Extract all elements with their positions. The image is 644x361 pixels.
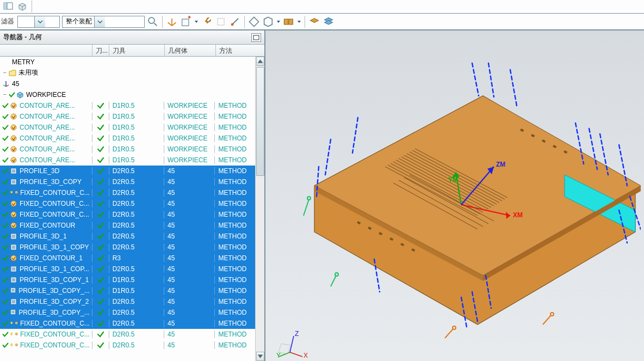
op-name-cell[interactable]: FIXED_CONTOUR	[0, 222, 92, 229]
op-name-cell[interactable]: PROFILE_3D	[0, 167, 92, 175]
check-icon[interactable]	[2, 157, 9, 163]
operation-row[interactable]: FIXED_CONTOUR_1R345METHOD	[0, 253, 255, 264]
graphics-viewport[interactable]: XM YM ZM X Y Z	[265, 30, 644, 361]
assembly-combo[interactable]: 整个装配	[62, 16, 145, 28]
axis-icon[interactable]	[166, 16, 178, 28]
check-icon[interactable]	[2, 179, 9, 185]
operation-row[interactable]: CONTOUR_ARE...D1R0.5WORKPIECEMETHOD	[0, 144, 255, 155]
check-icon[interactable]	[2, 102, 9, 109]
find-icon[interactable]	[147, 16, 159, 28]
operation-row[interactable]: PROFILE_3DD2R0.545METHOD	[0, 166, 255, 176]
operation-row[interactable]: FIXED_CONTOUR_C...D2R0.545METHOD	[0, 329, 255, 340]
check-icon[interactable]	[2, 331, 9, 338]
scroll-track[interactable]	[256, 66, 264, 352]
check-icon[interactable]	[9, 91, 15, 98]
op-name-cell[interactable]: FIXED_CONTOUR_C...	[0, 200, 92, 207]
hex-icon[interactable]	[262, 16, 274, 28]
chevron-down-icon[interactable]	[94, 16, 105, 27]
layer1-icon[interactable]	[308, 16, 320, 28]
operation-row[interactable]: PROFILE_3D_1D2R0.545METHOD	[0, 231, 255, 242]
node-name-cell[interactable]: −未用项	[0, 68, 92, 77]
op-name-cell[interactable]: FIXED_CONTOUR_C...	[0, 211, 92, 218]
operation-row[interactable]: CONTOUR_ARE...D1R0.5WORKPIECEMETHOD	[0, 100, 255, 111]
dropdown-arrow-icon[interactable]	[276, 16, 281, 28]
operation-row[interactable]: CONTOUR_ARE...D1R0.5WORKPIECEMETHOD	[0, 111, 255, 122]
check-icon[interactable]	[2, 168, 9, 174]
tree-node[interactable]: −未用项	[0, 68, 255, 78]
scroll-thumb[interactable]	[256, 67, 264, 176]
check-icon[interactable]	[2, 287, 9, 294]
op-name-cell[interactable]: FIXED_CONTOUR_C...	[0, 341, 92, 349]
box-icon[interactable]	[17, 2, 27, 11]
vertical-scrollbar[interactable]	[255, 57, 264, 361]
operation-row[interactable]: PROFILE_3D_COPY_2D2R0.545METHOD	[0, 296, 255, 307]
scroll-up-icon[interactable]	[256, 57, 264, 66]
operation-row[interactable]: FIXED_CONTOUR_C...D2R0.545METHOD	[0, 318, 255, 329]
more-icon[interactable]	[283, 16, 295, 28]
wrench-icon[interactable]	[201, 16, 213, 28]
node-name-cell[interactable]: METRY	[0, 58, 92, 66]
check-icon[interactable]	[2, 189, 9, 196]
add-op-icon[interactable]	[180, 16, 192, 28]
operation-row[interactable]: PROFILE_3D_1_COP...D2R0.545METHOD	[0, 264, 255, 274]
operation-row[interactable]: CONTOUR_ARE...D1R0.5WORKPIECEMETHOD	[0, 122, 255, 133]
op-name-cell[interactable]: CONTOUR_ARE...	[0, 134, 92, 142]
operation-row[interactable]: PROFILE_3D_COPYD2R0.545METHOD	[0, 176, 255, 187]
op-name-cell[interactable]: FIXED_CONTOUR_C...	[0, 189, 92, 197]
op-name-cell[interactable]: PROFILE_3D_COPY	[0, 178, 92, 186]
op-name-cell[interactable]: CONTOUR_ARE...	[0, 156, 92, 164]
scroll-down-icon[interactable]	[256, 352, 264, 361]
check-icon[interactable]	[2, 124, 9, 131]
check-icon[interactable]	[2, 266, 9, 272]
op-name-cell[interactable]: CONTOUR_ARE...	[0, 145, 92, 153]
check-icon[interactable]	[2, 146, 9, 152]
check-icon[interactable]	[2, 211, 9, 218]
operation-row[interactable]: CONTOUR_ARE...D1R0.5WORKPIECEMETHOD	[0, 133, 255, 144]
op-name-cell[interactable]: PROFILE_3D_COPY_...	[0, 309, 92, 316]
node-name-cell[interactable]: −WORKPIECE	[0, 91, 92, 99]
collapse-icon[interactable]: −	[2, 70, 8, 76]
op-name-cell[interactable]: CONTOUR_ARE...	[0, 124, 92, 131]
op-name-cell[interactable]: PROFILE_3D_COPY_1	[0, 276, 92, 284]
operation-row[interactable]: CONTOUR_ARE...D1R0.5WORKPIECEMETHOD	[0, 155, 255, 166]
operation-row[interactable]: FIXED_CONTOUR_C...D2R0.545METHOD	[0, 209, 255, 220]
op-name-cell[interactable]: PROFILE_3D_1	[0, 232, 92, 240]
col-geom[interactable]: 几何体	[165, 45, 216, 56]
operation-row[interactable]: FIXED_CONTOUR_C...D2R0.545METHOD	[0, 340, 255, 351]
ghost-icon[interactable]	[215, 16, 227, 28]
operation-row[interactable]: PROFILE_3D_COPY_...D1R0.545METHOD	[0, 285, 255, 296]
minimize-panel-button[interactable]	[251, 33, 261, 42]
operation-row[interactable]: FIXED_CONTOURD2R0.545METHOD	[0, 220, 255, 231]
op-name-cell[interactable]: FIXED_CONTOUR_C...	[0, 320, 92, 327]
check-icon[interactable]	[2, 244, 9, 250]
check-icon[interactable]	[2, 135, 9, 142]
view-layout-icon[interactable]	[3, 2, 13, 11]
op-name-cell[interactable]: CONTOUR_ARE...	[0, 102, 92, 109]
col-tool[interactable]: 刀具	[109, 45, 165, 56]
op-name-cell[interactable]: CONTOUR_ARE...	[0, 113, 92, 120]
op-name-cell[interactable]: PROFILE_3D_COPY_...	[0, 287, 92, 295]
tree-node[interactable]: 45	[0, 78, 255, 89]
check-icon[interactable]	[2, 309, 9, 316]
tree-node[interactable]: METRY	[0, 57, 255, 68]
filter-combo[interactable]	[17, 16, 60, 28]
check-icon[interactable]	[2, 113, 9, 120]
operation-row[interactable]: FIXED_CONTOUR_C...D2R0.545METHOD	[0, 187, 255, 198]
op-name-cell[interactable]: PROFILE_3D_1_COPY	[0, 243, 92, 251]
col-check[interactable]: 刀...	[92, 45, 109, 56]
operation-row[interactable]: PROFILE_3D_COPY_1D1R0.545METHOD	[0, 274, 255, 285]
check-icon[interactable]	[2, 320, 9, 327]
collapse-icon[interactable]: −	[2, 92, 8, 97]
check-icon[interactable]	[2, 222, 9, 229]
check-icon[interactable]	[2, 277, 9, 283]
operation-row[interactable]: FIXED_CONTOUR_C...D2R0.545METHOD	[0, 198, 255, 209]
check-icon[interactable]	[2, 342, 9, 348]
op-name-cell[interactable]: FIXED_CONTOUR_1	[0, 254, 92, 262]
col-name[interactable]	[0, 45, 92, 56]
tree-node[interactable]: −WORKPIECE	[0, 89, 255, 100]
dropdown-arrow-icon[interactable]	[297, 16, 301, 28]
operation-row[interactable]: PROFILE_3D_1_COPYD2R0.545METHOD	[0, 242, 255, 253]
path-icon[interactable]	[248, 16, 260, 28]
op-name-cell[interactable]: PROFILE_3D_COPY_2	[0, 298, 92, 305]
check-icon[interactable]	[2, 200, 9, 207]
